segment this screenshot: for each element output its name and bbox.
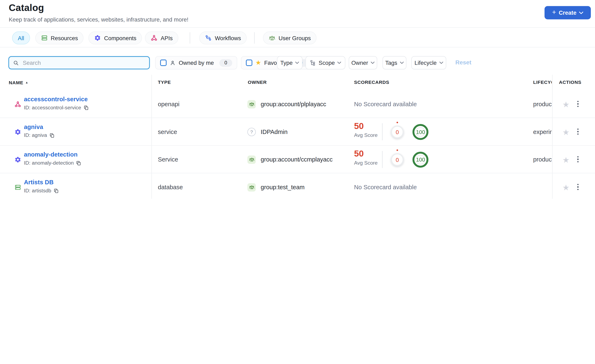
page-title: Catalog	[9, 2, 44, 13]
search-box[interactable]	[8, 56, 150, 69]
entity-kind-tabs: AllResourcesComponentsAPIsWorkflowsUser …	[0, 29, 595, 47]
scope-icon	[310, 60, 316, 66]
owned-by-me-checkbox[interactable]	[160, 60, 167, 66]
score-divider	[382, 151, 382, 168]
person-icon	[170, 60, 176, 66]
tab-label: Resources	[51, 35, 78, 41]
scorecard-ring[interactable]: 100	[413, 152, 429, 168]
table-row: Artists DBID: artistsdbdatabasegroup:tes…	[0, 174, 595, 199]
entity-type: database	[158, 184, 183, 191]
entity-id: ID: accesscontrol-service	[24, 105, 89, 110]
tab-label: Components	[104, 35, 136, 41]
entity-id: ID: anomaly-detection	[24, 160, 81, 166]
page-subtitle: Keep track of applications, services, we…	[9, 16, 188, 23]
score-dot	[397, 149, 398, 151]
kebab-menu-button[interactable]	[575, 156, 581, 162]
kebab-menu-button[interactable]	[575, 128, 581, 135]
sort-asc-icon: ▲	[25, 81, 28, 84]
lifecycle-filter-dropdown[interactable]: Lifecycle	[411, 56, 446, 69]
column-header-name[interactable]: NAME▲	[9, 75, 28, 90]
component-entity-icon	[12, 154, 24, 166]
owned-by-me-label: Owned by me	[179, 60, 214, 66]
column-header-lifecycle: LIFECYCLE	[533, 75, 552, 90]
apis-icon	[151, 35, 158, 42]
entity-type: openapi	[158, 101, 179, 107]
entity-name-link[interactable]: agniva	[24, 124, 43, 130]
favorite-star-button[interactable]: ★	[562, 100, 569, 108]
no-scorecard-message: No Scorecard available	[354, 101, 417, 107]
owner-label: group:account/ccmplayacc	[261, 156, 333, 163]
tab-user-groups[interactable]: User Groups	[263, 31, 316, 44]
tab-resources[interactable]: Resources	[35, 31, 84, 44]
kebab-menu-button[interactable]	[575, 184, 581, 190]
owner-label: group:account/plplayacc	[261, 101, 326, 107]
divider	[0, 47, 595, 47]
entity-name-link[interactable]: accesscontrol-service	[24, 96, 88, 103]
catalog-page: Catalog Keep track of applications, serv…	[0, 0, 595, 199]
chevron-down-icon	[439, 62, 443, 64]
favorite-star-button[interactable]: ★	[562, 156, 569, 164]
chevron-down-icon	[371, 62, 375, 64]
tab-apis[interactable]: APIs	[145, 31, 178, 44]
entity-id: ID: agniva	[24, 132, 55, 138]
group-icon	[247, 100, 256, 108]
owner-filter-dropdown[interactable]: Owner	[349, 56, 377, 69]
entity-name-link[interactable]: Artists DB	[24, 179, 53, 186]
entity-owner: group:test_team	[247, 183, 305, 191]
dropdown-label: Tags	[385, 60, 397, 66]
owner-label: IDPAdmin	[261, 128, 288, 135]
workflows-icon	[205, 35, 212, 42]
tab-group-divider	[254, 32, 255, 44]
plus-icon: +	[552, 8, 556, 16]
column-header-owner: OWNER	[248, 75, 267, 90]
tab-workflows[interactable]: Workflows	[199, 31, 247, 44]
favorite-star-button[interactable]: ★	[562, 128, 569, 136]
dropdown-label: Lifecycle	[415, 60, 437, 66]
score-divider	[382, 123, 382, 140]
favorite-star-button[interactable]: ★	[562, 183, 569, 191]
copy-icon[interactable]	[49, 133, 55, 138]
entity-name-link[interactable]: anomaly-detection	[24, 151, 78, 158]
entity-lifecycle: production	[533, 156, 552, 163]
copy-icon[interactable]	[76, 160, 81, 166]
entity-lifecycle: production	[533, 101, 552, 107]
avg-score-label: Avg Score	[354, 160, 378, 166]
search-icon	[13, 60, 19, 66]
column-header-type: TYPE	[158, 75, 171, 90]
scorecard-ring[interactable]: 0	[391, 153, 404, 166]
star-icon: ★	[255, 60, 261, 66]
create-button-label: Create	[559, 9, 577, 16]
owned-by-me-filter[interactable]: Owned by me 0	[155, 56, 237, 69]
group-icon	[247, 183, 256, 191]
dropdown-label: Scope	[319, 60, 335, 66]
entity-type: Service	[158, 156, 178, 163]
copy-icon[interactable]	[53, 188, 59, 193]
user-groups-icon	[269, 35, 276, 42]
scorecard-ring[interactable]: 100	[413, 124, 429, 140]
avg-score-value: 50	[354, 149, 364, 159]
copy-icon[interactable]	[84, 105, 89, 110]
dropdown-label: Type	[280, 60, 293, 66]
search-input[interactable]	[22, 59, 145, 66]
type-filter-dropdown[interactable]: Type	[277, 56, 303, 69]
database-entity-icon	[12, 181, 24, 193]
chevron-down-icon	[338, 62, 341, 64]
table-row: anomaly-detectionID: anomaly-detectionSe…	[0, 146, 595, 174]
components-icon	[94, 35, 101, 42]
owner-label: group:test_team	[261, 184, 305, 191]
tab-components[interactable]: Components	[88, 31, 142, 44]
avg-score-value: 50	[354, 121, 364, 131]
no-scorecard-message: No Scorecard available	[354, 184, 417, 191]
favorites-checkbox[interactable]	[246, 60, 252, 66]
scope-filter-dropdown[interactable]: Scope	[305, 56, 345, 69]
tags-filter-dropdown[interactable]: Tags	[382, 56, 406, 69]
tab-label: All	[18, 35, 24, 41]
create-button[interactable]: + Create	[545, 6, 591, 19]
tab-all[interactable]: All	[12, 31, 30, 44]
entity-owner: group:account/ccmplayacc	[247, 155, 333, 164]
kebab-menu-button[interactable]	[575, 101, 581, 107]
dropdown-label: Owner	[351, 60, 368, 66]
reset-filters-link[interactable]: Reset	[455, 59, 471, 66]
score-dot	[397, 122, 398, 123]
scorecard-ring[interactable]: 0	[391, 126, 404, 139]
